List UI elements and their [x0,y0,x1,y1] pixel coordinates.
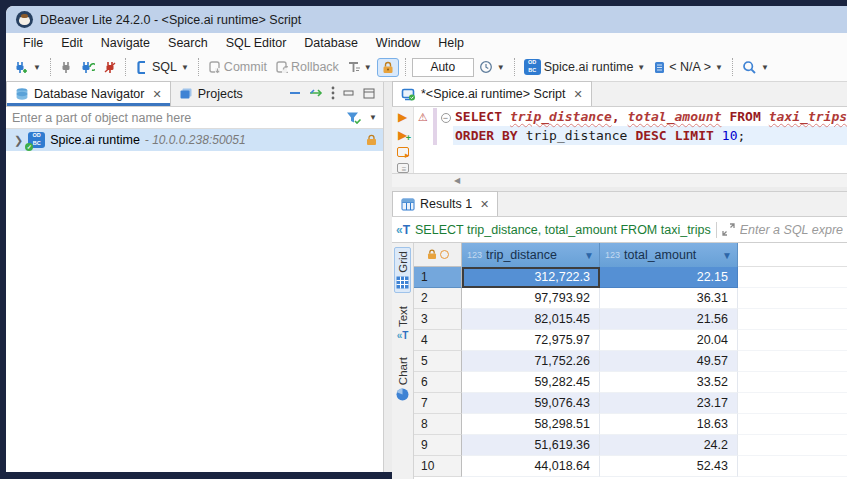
chevron-down-icon[interactable]: ▼ [369,113,377,122]
autocommit-toggle[interactable] [377,58,399,77]
grid-cell[interactable]: 49.57 [600,351,738,372]
grid-cell[interactable]: 58,298.51 [462,414,600,435]
row-number[interactable]: 9 [414,435,462,456]
sql-identifier: total_amount [628,109,722,124]
expand-panel-icon[interactable] [722,223,735,236]
close-icon[interactable]: ✕ [152,88,161,101]
grid-cell[interactable]: 18.63 [600,414,738,435]
menu-item-window[interactable]: Window [367,33,429,53]
transaction-log-button[interactable]: ▼ [344,58,375,76]
menu-item-database[interactable]: Database [295,33,367,53]
grid-cell[interactable]: 36.31 [600,288,738,309]
table-row[interactable]: 382,015.4521.56 [414,309,847,330]
close-icon[interactable]: ✕ [480,198,489,211]
grid-cell[interactable]: 20.04 [600,330,738,351]
row-filler [738,414,847,435]
grid-cell[interactable]: 24.2 [600,435,738,456]
maximize-icon[interactable] [363,88,375,99]
row-number[interactable]: 7 [414,393,462,414]
grid-cell[interactable]: 21.56 [600,309,738,330]
grid-cell[interactable]: 23.17 [600,393,738,414]
menu-item-sql-editor[interactable]: SQL Editor [217,33,296,53]
execute-new-tab-icon[interactable]: ▶+ [398,129,407,141]
tab-chart[interactable]: Chart [395,354,410,404]
row-number[interactable]: 1 [414,267,462,288]
table-row[interactable]: 951,619.3624.2 [414,435,847,456]
search-button[interactable]: ▼ [739,58,772,77]
fold-collapse-icon[interactable]: − [441,113,451,123]
grid-cell[interactable]: 312,722.3 [462,267,600,288]
menu-item-edit[interactable]: Edit [52,33,92,53]
grid-cell[interactable]: 59,282.45 [462,372,600,393]
tab-projects[interactable]: Projects [171,81,251,106]
grid-cell[interactable]: 22.15 [600,267,738,288]
tab-results-1[interactable]: Results 1 ✕ [392,191,498,216]
collapse-all-icon[interactable] [289,88,301,98]
grid-corner-cell[interactable] [414,243,462,267]
disconnect-all-button[interactable] [100,58,119,76]
table-row[interactable]: 571,752.2649.57 [414,351,847,372]
grid-cell[interactable]: 52.43 [600,456,738,477]
row-number[interactable]: 3 [414,309,462,330]
editor-horizontal-scrollbar[interactable]: ◀ [392,173,847,187]
row-number[interactable]: 10 [414,456,462,477]
link-with-editor-icon[interactable] [309,88,323,98]
tab-text[interactable]: Text «T [396,303,410,344]
row-number[interactable]: 2 [414,288,462,309]
filter-funnel-icon[interactable] [346,111,362,125]
tab-grid[interactable]: Grid [394,247,411,293]
object-filter-input[interactable] [12,111,340,125]
disconnect-button[interactable] [57,58,75,76]
tab-database-navigator[interactable]: Database Navigator ✕ [6,81,171,106]
grid-cell[interactable]: 72,975.97 [462,330,600,351]
grid-cell[interactable]: 82,015.45 [462,309,600,330]
grid-cell[interactable]: 51,619.36 [462,435,600,456]
connect-button[interactable]: ▼ [10,58,44,76]
scroll-left-icon[interactable]: ◀ [454,176,460,185]
row-number[interactable]: 5 [414,351,462,372]
tab-script-editor[interactable]: *<Spice.ai runtime> Script ✕ [392,81,592,106]
panel-splitter[interactable] [384,82,392,479]
column-filter-icon[interactable]: ▼ [584,250,594,261]
view-menu-icon[interactable] [331,86,335,100]
menu-item-search[interactable]: Search [159,33,217,53]
row-number[interactable]: 4 [414,330,462,351]
table-row[interactable]: 1312,722.322.15 [414,267,847,288]
grid-cell[interactable]: 97,793.92 [462,288,600,309]
table-row[interactable]: 472,975.9720.04 [414,330,847,351]
minimize-icon[interactable] [343,88,355,98]
commit-button[interactable]: Commit [205,58,270,76]
connection-tree-item[interactable]: ❯ ODBC✓ Spice.ai runtime - 10.0.0.238:50… [6,129,383,151]
grid-cell[interactable]: 33.52 [600,372,738,393]
grid-cell[interactable]: 44,018.64 [462,456,600,477]
editor-code-area[interactable]: SELECTtrip_distance,total_amountFROMtaxi… [453,107,847,173]
commit-mode-field[interactable]: Auto [412,58,474,77]
grid-cell[interactable]: 71,752.26 [462,351,600,372]
table-row[interactable]: 659,282.4533.52 [414,372,847,393]
row-number[interactable]: 8 [414,414,462,435]
column-header-trip_distance[interactable]: 123trip_distance▼ [462,243,600,267]
table-row[interactable]: 858,298.5118.63 [414,414,847,435]
schema-selector[interactable]: < N/A > ▼ [650,58,726,77]
connection-selector[interactable]: ODBC Spice.ai runtime ▼ [521,57,649,77]
menu-item-file[interactable]: File [14,33,52,53]
execute-statement-icon[interactable]: ▶ [398,111,407,123]
table-row[interactable]: 1044,018.6452.43 [414,456,847,477]
rollback-button[interactable]: Rollback [272,58,342,76]
table-row[interactable]: 759,076.4323.17 [414,393,847,414]
transaction-timeout-button[interactable]: ▼ [476,58,508,76]
new-sql-editor-button[interactable]: SQL ▼ [132,58,192,77]
chevron-right-icon[interactable]: ❯ [14,134,23,147]
menu-item-help[interactable]: Help [429,33,473,53]
column-filter-icon[interactable]: ▼ [722,250,732,261]
filter-expression-placeholder[interactable]: Enter a SQL expression to [740,223,843,237]
reconnect-button[interactable] [77,58,98,76]
script-log-icon[interactable] [397,163,409,173]
menu-item-navigate[interactable]: Navigate [92,33,159,53]
execute-script-icon[interactable] [397,147,409,157]
grid-cell[interactable]: 59,076.43 [462,393,600,414]
column-header-total_amount[interactable]: 123total_amount▼ [600,243,738,267]
close-icon[interactable]: ✕ [574,88,583,101]
row-number[interactable]: 6 [414,372,462,393]
table-row[interactable]: 297,793.9236.31 [414,288,847,309]
